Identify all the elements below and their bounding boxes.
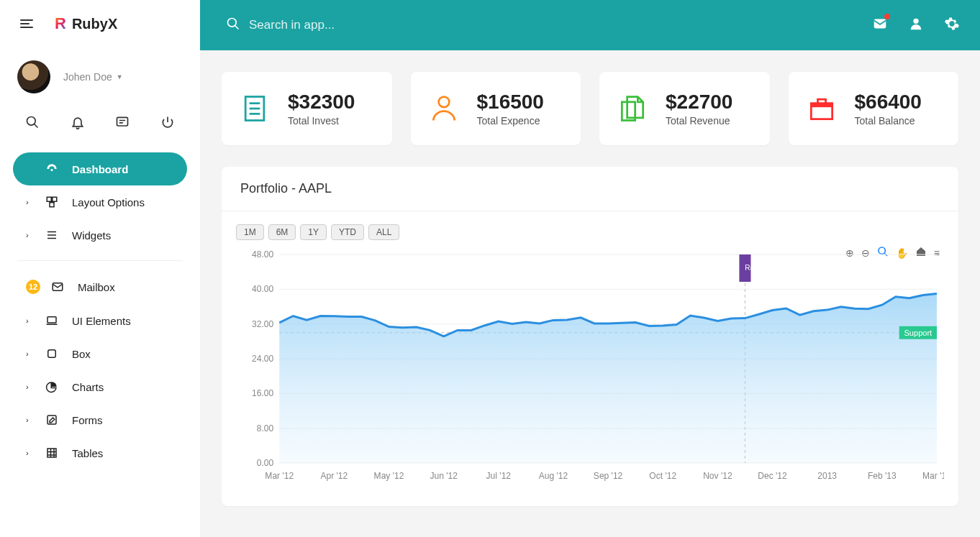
brand-logo[interactable]: R RubyX bbox=[55, 14, 117, 33]
panel-title: Portfolio - AAPL bbox=[222, 167, 958, 211]
stat-card-revenue: $22700Total Revenue bbox=[599, 72, 770, 145]
search-icon bbox=[226, 17, 240, 35]
gauge-icon bbox=[45, 162, 59, 175]
stat-label: Total Balance bbox=[855, 115, 922, 127]
nav-widgets[interactable]: › Widgets bbox=[13, 219, 187, 252]
stat-card-balance: $66400Total Balance bbox=[789, 72, 959, 145]
svg-text:32.00: 32.00 bbox=[252, 319, 273, 329]
svg-line-1 bbox=[35, 124, 38, 128]
svg-text:Support: Support bbox=[904, 329, 933, 337]
svg-text:Dec '12: Dec '12 bbox=[758, 471, 787, 481]
nav-charts[interactable]: › Charts bbox=[13, 370, 187, 403]
range-1m[interactable]: 1M bbox=[236, 224, 264, 240]
chevron-right-icon: › bbox=[26, 349, 32, 358]
svg-text:Jul '12: Jul '12 bbox=[486, 471, 512, 481]
nav-ui-elements[interactable]: › UI Elements bbox=[13, 304, 187, 337]
svg-text:24.00: 24.00 bbox=[252, 354, 273, 364]
primary-nav: Dashboard › Layout Options › Widgets bbox=[0, 152, 200, 252]
svg-rect-13 bbox=[48, 350, 56, 358]
chevron-right-icon: › bbox=[26, 449, 32, 457]
logo-mark-icon: R bbox=[55, 14, 66, 33]
svg-text:0.00: 0.00 bbox=[257, 458, 274, 468]
svg-point-28 bbox=[438, 97, 449, 108]
svg-text:Aug '12: Aug '12 bbox=[539, 471, 568, 481]
svg-point-23 bbox=[913, 19, 918, 24]
avatar[interactable] bbox=[17, 60, 50, 93]
bell-icon[interactable] bbox=[71, 115, 85, 132]
nav-mailbox[interactable]: 12 Mailbox bbox=[13, 270, 187, 304]
chevron-right-icon: › bbox=[26, 316, 32, 325]
user-menu[interactable]: Johen Doe ▼ bbox=[63, 71, 123, 83]
range-ytd[interactable]: YTD bbox=[331, 224, 364, 240]
badge: 12 bbox=[26, 280, 40, 294]
svg-text:48.00: 48.00 bbox=[252, 249, 273, 260]
edit-icon bbox=[45, 413, 59, 426]
stat-card-expense: $16500Total Expence bbox=[411, 72, 581, 145]
range-all[interactable]: ALL bbox=[368, 224, 399, 240]
stat-label: Total Revenue bbox=[666, 115, 732, 127]
svg-text:16.00: 16.00 bbox=[252, 388, 273, 398]
user-icon[interactable] bbox=[908, 16, 924, 35]
briefcase-icon bbox=[806, 93, 838, 124]
divider bbox=[17, 260, 183, 261]
chevron-right-icon: › bbox=[26, 231, 32, 239]
document-icon bbox=[239, 93, 271, 124]
svg-rect-5 bbox=[53, 197, 57, 201]
user-name: Johen Doe bbox=[63, 71, 112, 83]
mail-icon bbox=[50, 280, 65, 293]
svg-point-3 bbox=[51, 169, 53, 171]
range-1y[interactable]: 1Y bbox=[300, 224, 327, 240]
chart[interactable]: 0.008.0016.0024.0032.0040.0048.00Mar '12… bbox=[236, 247, 944, 485]
range-6m[interactable]: 6M bbox=[268, 224, 296, 240]
stat-value: $32300 bbox=[288, 91, 355, 114]
svg-rect-15 bbox=[47, 449, 56, 457]
layout-icon bbox=[45, 196, 59, 208]
svg-text:8.00: 8.00 bbox=[257, 423, 274, 433]
chevron-right-icon: › bbox=[26, 198, 32, 206]
chat-icon[interactable] bbox=[115, 115, 130, 132]
nav-label: Dashboard bbox=[72, 163, 128, 175]
chevron-down-icon: ▼ bbox=[117, 73, 123, 81]
range-buttons: 1M 6M 1Y YTD ALL bbox=[236, 224, 944, 240]
svg-text:Apr '12: Apr '12 bbox=[320, 471, 348, 481]
nav-layout-options[interactable]: › Layout Options bbox=[13, 185, 187, 219]
gear-icon[interactable] bbox=[944, 16, 960, 35]
nav-label: Charts bbox=[72, 381, 104, 393]
stat-value: $22700 bbox=[666, 91, 732, 114]
laptop-icon bbox=[45, 314, 59, 327]
box-icon bbox=[45, 347, 59, 360]
svg-text:Jun '12: Jun '12 bbox=[430, 471, 458, 481]
svg-rect-14 bbox=[47, 416, 56, 424]
stat-label: Total Invest bbox=[288, 115, 355, 127]
svg-text:Rally: Rally bbox=[745, 265, 761, 272]
nav-tables[interactable]: › Tables bbox=[13, 436, 187, 469]
nav-dashboard[interactable]: Dashboard bbox=[13, 152, 187, 185]
nav-label: Widgets bbox=[72, 229, 111, 242]
person-icon bbox=[428, 93, 460, 124]
nav-label: Tables bbox=[72, 447, 103, 459]
svg-text:Nov '12: Nov '12 bbox=[703, 471, 732, 481]
nav-forms[interactable]: › Forms bbox=[13, 403, 187, 436]
search-input[interactable] bbox=[249, 18, 862, 32]
svg-point-0 bbox=[27, 117, 36, 126]
svg-rect-4 bbox=[47, 197, 51, 201]
menu-toggle-icon[interactable] bbox=[20, 19, 33, 28]
power-icon[interactable] bbox=[160, 115, 175, 132]
svg-text:May '12: May '12 bbox=[374, 471, 404, 481]
svg-rect-31 bbox=[811, 104, 832, 108]
stat-value: $16500 bbox=[477, 91, 544, 114]
nav-box[interactable]: › Box bbox=[13, 337, 187, 370]
svg-rect-11 bbox=[47, 317, 56, 323]
search-wrap bbox=[226, 17, 862, 35]
brand-name: RubyX bbox=[72, 16, 117, 32]
files-icon bbox=[617, 93, 648, 124]
svg-line-21 bbox=[235, 25, 239, 29]
chevron-right-icon: › bbox=[26, 416, 32, 424]
list-icon bbox=[45, 229, 59, 242]
svg-text:40.00: 40.00 bbox=[252, 284, 273, 294]
svg-rect-6 bbox=[50, 203, 54, 207]
mail-icon[interactable] bbox=[872, 16, 888, 35]
topbar bbox=[200, 0, 980, 50]
search-icon[interactable] bbox=[25, 115, 40, 132]
svg-text:Mar '13: Mar '13 bbox=[922, 471, 944, 481]
